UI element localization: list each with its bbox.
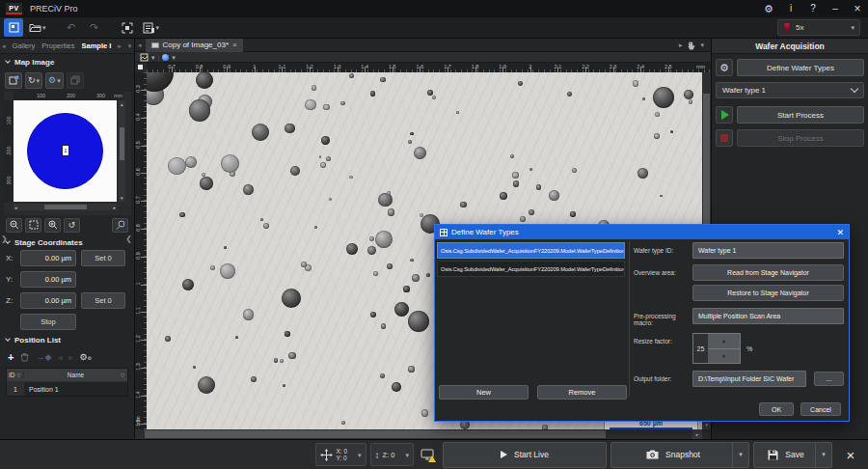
output-folder-input[interactable]: D:\Temp\Input Folder SIC Wafer — [692, 371, 806, 387]
name-column-header[interactable]: Name — [68, 372, 84, 378]
annotation-dropdown-icon[interactable]: ▾ — [151, 54, 155, 61]
dialog-close-icon[interactable]: ✕ — [836, 228, 844, 237]
move-to-position-icon[interactable]: →◆ — [36, 352, 51, 362]
scroll-left-icon[interactable]: ◂ — [14, 205, 17, 210]
stop-stage-button[interactable]: Stop — [20, 314, 76, 330]
settings-dropdown-icon[interactable]: ▾ — [57, 77, 61, 84]
map-settings-button[interactable]: ⚙▾ — [45, 72, 64, 89]
map-horizontal-scrollbar[interactable]: ◂▸ — [14, 204, 117, 210]
map-copy-button[interactable] — [67, 72, 84, 89]
open-file-dropdown-icon[interactable]: ▾ — [42, 24, 46, 31]
set-zero-z-button[interactable]: Set 0 — [81, 292, 125, 309]
display-warning-button[interactable] — [418, 443, 437, 466]
tab-gallery[interactable]: Gallery — [13, 41, 36, 50]
map-refresh-button[interactable]: ↻▾ — [25, 72, 42, 89]
document-tab[interactable]: Copy of Image_03* × — [146, 39, 243, 52]
wafer-type-list-item[interactable]: Osis.Csg.SubdividedWafer_AcquisitionFY22… — [437, 242, 625, 259]
stage-zoom-button[interactable] — [112, 218, 128, 233]
doc-tab-list-dropdown-icon[interactable]: ▾ — [700, 41, 704, 49]
stage-navigator-button[interactable] — [4, 18, 23, 37]
wafer-type-list-item[interactable]: Osis.Csg.SubdividedWafer_AcquisitionFY22… — [437, 261, 625, 277]
map-vertical-scrollbar[interactable]: ▴▾ — [119, 100, 125, 202]
position-settings-icon[interactable]: ⚙⚙ — [79, 352, 92, 362]
panel-expand-handle-icon[interactable]: ❯ — [1, 234, 8, 243]
resize-factor-stepper[interactable]: 25 ▲ ▼ — [692, 333, 741, 364]
lens-dropdown-icon[interactable]: ▾ — [172, 54, 176, 61]
y-coordinate-field[interactable]: 0.00 µm — [20, 271, 76, 288]
dialog-titlebar[interactable]: Define Wafer Types ✕ — [435, 225, 849, 239]
define-settings-button[interactable]: ⚙ — [716, 59, 733, 76]
tab-sample-info[interactable]: Sample I — [81, 41, 111, 50]
start-live-button[interactable]: Start Live — [443, 442, 607, 468]
filter-icon[interactable]: ▽ — [17, 372, 21, 378]
z-coordinate-field[interactable]: 0.00 µm — [20, 292, 76, 309]
close-tab-icon[interactable]: × — [232, 41, 237, 49]
save-button[interactable]: Save ▾ — [753, 442, 832, 468]
next-position-icon[interactable]: ▹ — [68, 353, 72, 362]
tab-list-dropdown-icon[interactable]: ▾ — [128, 42, 132, 50]
undo-button[interactable]: ↶ — [62, 18, 81, 37]
start-icon-button[interactable] — [716, 106, 733, 124]
save-dropdown-icon[interactable]: ▾ — [815, 443, 831, 467]
doc-tab-scroll-left-icon[interactable]: ◂ — [138, 41, 142, 49]
map-canvas[interactable]: 1 — [14, 100, 117, 202]
stage-position-marker[interactable]: 1 — [62, 145, 69, 156]
map-export-button[interactable] — [5, 72, 22, 89]
open-file-button[interactable]: ▾ — [27, 18, 48, 37]
minimize-button[interactable]: – — [830, 4, 840, 14]
help-icon[interactable]: ? — [808, 4, 818, 14]
scroll-right-icon[interactable]: ▸ — [692, 429, 702, 439]
xy-dropdown-icon[interactable]: ▾ — [358, 452, 362, 458]
fullscreen-button[interactable] — [118, 18, 137, 37]
stepper-down-icon[interactable]: ▼ — [708, 349, 740, 364]
restore-to-stage-navigator-button[interactable]: Restore to Stage Navigator — [692, 285, 844, 301]
report-layout-dropdown-icon[interactable]: ▾ — [156, 24, 160, 31]
define-wafer-types-button[interactable]: Define Wafer Types — [737, 59, 864, 76]
cancel-button[interactable]: Cancel — [800, 402, 841, 416]
xy-position-control[interactable]: X: 0 Y: 0 ▾ — [315, 443, 366, 466]
stop-process-button[interactable]: Stop Process — [737, 129, 864, 147]
close-live-button[interactable]: × — [836, 442, 865, 468]
tab-scroll-left-icon[interactable]: ◂ — [2, 42, 6, 50]
map-image-header[interactable]: Map Image — [0, 54, 134, 69]
annotation-layer-icon[interactable] — [140, 53, 149, 62]
x-coordinate-field[interactable]: 0.00 µm — [20, 250, 76, 266]
redo-button[interactable]: ↷ — [85, 18, 104, 37]
wafer-type-id-input[interactable]: Wafer type 1 — [692, 242, 844, 259]
id-column-header[interactable]: ID — [9, 372, 15, 378]
delete-position-icon[interactable] — [20, 352, 29, 362]
preprocessing-macro-input[interactable]: Multiple Position Scan Area — [692, 308, 844, 324]
doc-tab-scroll-right-icon[interactable]: ▸ — [679, 41, 683, 49]
scroll-down-icon[interactable]: ▾ — [121, 195, 123, 201]
position-row[interactable]: 1Position 1 — [7, 381, 127, 396]
stepper-up-icon[interactable]: ▲ — [708, 334, 740, 349]
snapshot-dropdown-icon[interactable]: ▾ — [732, 443, 748, 467]
browse-folder-button[interactable]: ... — [814, 372, 844, 386]
zoom-reset-button[interactable]: ↺ — [64, 218, 80, 233]
position-list-header[interactable]: Position List — [0, 332, 134, 347]
z-dropdown-icon[interactable]: ▾ — [405, 452, 409, 458]
scroll-right-icon[interactable]: ▸ — [113, 205, 116, 210]
view-lens-icon[interactable] — [162, 54, 169, 61]
read-from-stage-navigator-button[interactable]: Read from Stage Navigator — [692, 264, 844, 281]
start-process-button[interactable]: Start Process — [737, 106, 864, 124]
panel-collapse-handle-icon[interactable]: ❮ — [125, 234, 132, 243]
scroll-up-icon[interactable]: ▴ — [121, 101, 123, 107]
z-position-control[interactable]: ↕ Z: 0 ▾ — [370, 443, 414, 466]
refresh-dropdown-icon[interactable]: ▾ — [37, 77, 41, 84]
image-horizontal-scrollbar[interactable]: ▸ — [135, 429, 702, 439]
stop-icon-button[interactable] — [716, 129, 733, 147]
close-window-button[interactable]: × — [853, 4, 862, 14]
info-icon[interactable]: i — [786, 4, 796, 14]
magnification-dropdown-icon[interactable]: ▾ — [851, 24, 854, 31]
zoom-fit-button[interactable] — [25, 218, 41, 233]
magnification-selector[interactable]: 5x ▾ — [777, 19, 860, 36]
snapshot-button[interactable]: Snapshot ▾ — [610, 442, 749, 468]
settings-gear-icon[interactable]: ⚙ — [764, 4, 773, 14]
filter-icon[interactable]: ▽ — [121, 372, 124, 378]
pan-hand-icon[interactable] — [687, 41, 695, 50]
new-wafer-type-button[interactable]: New — [439, 385, 529, 400]
remove-wafer-type-button[interactable]: Remove — [537, 385, 627, 400]
zoom-out-button[interactable] — [6, 218, 22, 233]
add-position-icon[interactable]: + — [8, 352, 14, 362]
